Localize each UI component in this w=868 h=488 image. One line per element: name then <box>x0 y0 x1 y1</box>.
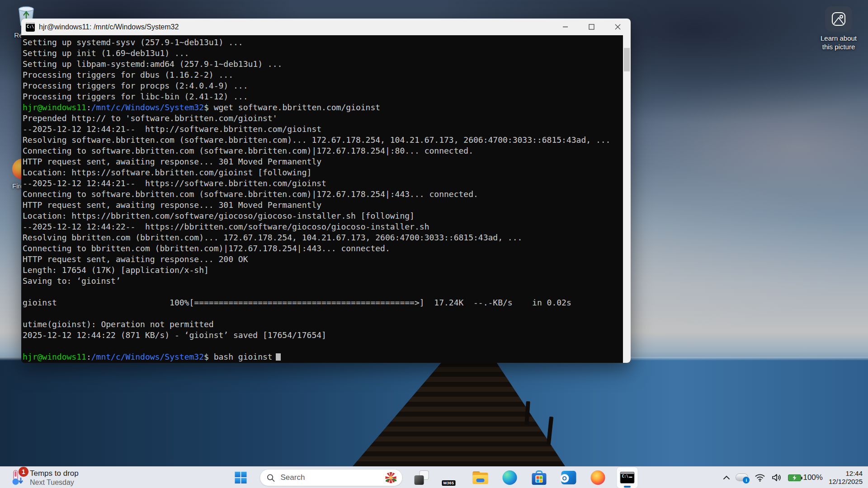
terminal-line <box>23 341 622 352</box>
terminal-line: Length: 17654 (17K) [application/x-sh] <box>23 265 622 276</box>
file-explorer-icon <box>473 471 488 484</box>
search-input[interactable]: Search <box>260 469 403 486</box>
terminal-line <box>23 286 622 297</box>
terminal-cursor <box>276 353 281 361</box>
weather-thermometer-icon: 1 <box>8 469 25 486</box>
terminal-line: Location: https://software.bbritten.com/… <box>23 167 622 178</box>
terminal-scrollbar-thumb[interactable] <box>624 48 630 71</box>
speaker-icon <box>771 473 782 482</box>
terminal-line: --2025-12-12 12:44:21-- https://software… <box>23 178 622 189</box>
firefox-icon <box>591 470 605 485</box>
terminal-scrollbar[interactable] <box>623 35 631 363</box>
desktop-icon-label-line1: Learn about <box>814 34 863 42</box>
outlook-icon: O <box>561 471 576 484</box>
search-icon <box>267 474 275 482</box>
wifi-icon <box>755 473 765 482</box>
terminal-line: gioinst 100%[===========================… <box>23 297 622 308</box>
task-view-icon <box>415 470 429 485</box>
chevron-up-icon <box>723 475 730 480</box>
taskbar: 1 Temps to drop Next Tuesday Search <box>0 466 868 488</box>
edge-icon <box>503 470 517 485</box>
terminal-line: hjr@windows11:/mnt/c/Windows/System32$ w… <box>23 102 622 113</box>
terminal-line: Processing triggers for procps (2:4.0.4-… <box>23 80 622 91</box>
desktop: Recycle Bin Firefox Learn about this pic… <box>0 0 868 488</box>
taskbar-item-file-explorer[interactable] <box>470 467 491 488</box>
terminal-line: Saving to: ‘gioinst’ <box>23 276 622 286</box>
tray-date: 12/12/2025 <box>829 478 863 486</box>
terminal-line: HTTP request sent, awaiting response... … <box>23 200 622 211</box>
terminal-line: Processing triggers for libc-bin (2.41-1… <box>23 91 622 102</box>
terminal-line: --2025-12-12 12:44:22-- https://bbritten… <box>23 221 622 232</box>
tray-onedrive[interactable]: i <box>736 469 749 487</box>
terminal-line: --2025-12-12 12:44:21-- http://software.… <box>23 124 622 135</box>
m365-badge: M365 <box>442 480 456 486</box>
terminal-line: Connecting to software.bbritten.com (sof… <box>23 145 622 156</box>
desktop-icon-learn-about-picture[interactable]: Learn about this picture <box>814 6 863 51</box>
terminal-line: Resolving software.bbritten.com (softwar… <box>23 135 622 145</box>
taskbar-item-edge[interactable] <box>500 467 520 488</box>
tray-time: 12:44 <box>829 469 863 478</box>
running-indicator <box>624 486 631 488</box>
search-placeholder: Search <box>281 473 385 482</box>
terminal-line: utime(gioinst): Operation not permitted <box>23 319 622 330</box>
copilot-icon: M365 <box>444 470 458 485</box>
taskbar-item-terminal[interactable]: C:\ <box>617 467 638 488</box>
start-button[interactable] <box>231 467 251 488</box>
poinsettia-flower-icon <box>385 472 397 483</box>
window-titlebar[interactable]: C:\ hjr@windows11: /mnt/c/Windows/System… <box>21 19 631 35</box>
terminal-line: Setting up systemd-sysv (257.9-1~deb13u1… <box>23 37 622 48</box>
microsoft-store-icon <box>532 470 547 485</box>
minimize-button[interactable] <box>552 19 578 35</box>
terminal-line: hjr@windows11:/mnt/c/Windows/System32$ b… <box>23 352 622 362</box>
terminal-line <box>23 308 622 319</box>
window-title: hjr@windows11: /mnt/c/Windows/System32 <box>39 23 179 31</box>
taskbar-item-microsoft-store[interactable] <box>529 467 550 488</box>
tray-wifi[interactable] <box>755 469 765 487</box>
taskbar-item-outlook[interactable]: O <box>558 467 579 488</box>
taskbar-item-firefox[interactable] <box>588 467 609 488</box>
onedrive-cloud-icon: i <box>736 473 749 482</box>
tray-battery[interactable]: 100% <box>788 469 822 487</box>
windows-logo-icon <box>235 472 247 483</box>
terminal-line: Prepended http:// to 'software.bbritten.… <box>23 113 622 124</box>
terminal-line: Connecting to bbritten.com (bbritten.com… <box>23 243 622 254</box>
taskbar-item-task-view[interactable] <box>411 467 432 488</box>
terminal-line: Setting up libpam-systemd:amd64 (257.9-1… <box>23 59 622 70</box>
terminal-line: Connecting to software.bbritten.com (sof… <box>23 189 622 200</box>
weather-badge: 1 <box>19 467 28 477</box>
terminal-line: HTTP request sent, awaiting response... … <box>23 156 622 167</box>
terminal-output[interactable]: Setting up systemd-sysv (257.9-1~deb13u1… <box>21 35 631 363</box>
tray-volume[interactable] <box>771 469 782 487</box>
battery-charging-icon <box>788 474 801 481</box>
close-button[interactable] <box>604 19 631 35</box>
desktop-icon-label-line2: this picture <box>814 42 863 51</box>
terminal-line: Resolving bbritten.com (bbritten.com)...… <box>23 232 622 243</box>
terminal-icon: C:\ <box>620 472 635 483</box>
weather-subtitle: Next Tuesday <box>30 478 79 487</box>
cmd-window-icon: C:\ <box>26 23 35 32</box>
battery-percent: 100% <box>803 473 822 482</box>
weather-widget[interactable]: 1 Temps to drop Next Tuesday <box>5 467 82 488</box>
terminal-window: C:\ hjr@windows11: /mnt/c/Windows/System… <box>21 19 631 363</box>
picture-icon <box>825 6 852 32</box>
terminal-line: Setting up init (1.69~deb13u1) ... <box>23 48 622 59</box>
tray-clock[interactable]: 12:44 12/12/2025 <box>829 469 863 487</box>
maximize-button[interactable] <box>578 19 604 35</box>
tray-chevron-up[interactable] <box>723 469 730 487</box>
taskbar-item-copilot-m365[interactable]: M365 <box>441 467 462 488</box>
terminal-line: Processing triggers for dbus (1.16.2-2) … <box>23 70 622 80</box>
terminal-line: 2025-12-12 12:44:22 (871 KB/s) - ‘gioins… <box>23 330 622 341</box>
weather-headline: Temps to drop <box>30 469 79 478</box>
terminal-line: HTTP request sent, awaiting response... … <box>23 254 622 265</box>
terminal-line: Location: https://bbritten.com/software/… <box>23 211 622 221</box>
